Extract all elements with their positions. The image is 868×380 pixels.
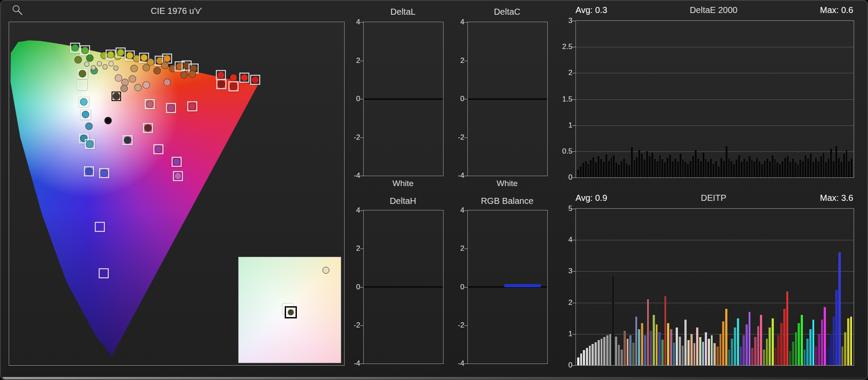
- measurement-point: [108, 61, 114, 66]
- measurement-point: [91, 65, 96, 70]
- measurement-point: [84, 62, 89, 67]
- axis-tick-mark: [464, 176, 467, 176]
- axis-tick-mark: [572, 125, 575, 126]
- de2000-bar: [631, 147, 633, 177]
- de2000-bar: [613, 155, 615, 177]
- deitp-bar: [728, 350, 730, 365]
- de2000-bar: [723, 161, 725, 178]
- de2000-bar: [582, 163, 584, 177]
- axis-tick-mark: [572, 271, 575, 272]
- de2000-bar: [764, 161, 766, 178]
- axis-tick-mark: [572, 365, 575, 366]
- de2000-bar: [649, 156, 651, 177]
- white-point-measurement: [113, 92, 120, 100]
- de2000-bar: [667, 158, 668, 177]
- de2000-bar: [697, 159, 699, 177]
- axis-tick-mark: [572, 334, 575, 334]
- de2000-bar: [820, 156, 822, 177]
- deitp-bar: [766, 339, 768, 365]
- deitp-bar: [743, 335, 745, 365]
- axis-tick-mark: [464, 287, 467, 288]
- deitp-bar: [644, 335, 646, 365]
- deitp-bar: [632, 343, 635, 365]
- deitp-bar: [754, 337, 756, 365]
- de2000-bar: [603, 162, 605, 177]
- magnifier-icon[interactable]: [11, 4, 24, 17]
- deitp-bar: [690, 334, 693, 365]
- axis-tick-mark: [464, 325, 467, 326]
- deitp-bar: [687, 340, 690, 365]
- deitp-bar: [795, 332, 797, 365]
- measurement-point: [104, 117, 112, 124]
- de2000-bar: [621, 161, 622, 177]
- de2000-bar: [774, 159, 776, 177]
- measurement-point: [146, 100, 153, 108]
- measurement-point: [181, 72, 188, 79]
- de2000-bar: [789, 162, 791, 177]
- de2000-bars: [576, 21, 854, 177]
- axis-tick-label: 1: [554, 330, 572, 338]
- measurement-point: [128, 75, 136, 83]
- deitp-bar: [777, 335, 779, 365]
- de2000-bar: [830, 149, 832, 177]
- axis-tick-label: 2: [446, 244, 464, 253]
- axis-tick-mark: [464, 99, 467, 99]
- de2000-bar: [713, 164, 714, 177]
- axis-tick-mark: [464, 364, 467, 364]
- deitp-bar: [772, 318, 774, 365]
- de2000-bar: [805, 155, 806, 177]
- axis-tick-mark: [360, 249, 363, 249]
- axis-tick-label: -2: [342, 321, 360, 330]
- de2000-bar: [720, 158, 722, 177]
- axis-tick-label: -4: [446, 171, 464, 180]
- de2000-bar: [766, 159, 768, 177]
- de2000-bar: [700, 161, 702, 177]
- axis-tick-label: 1.5: [554, 95, 572, 104]
- de2000-bar: [588, 164, 589, 177]
- axis-tick-label: -4: [446, 359, 464, 368]
- measurement-point: [230, 74, 237, 81]
- deitp-bar: [713, 343, 716, 365]
- measurement-point: [102, 64, 108, 69]
- de2000-bar: [802, 161, 804, 177]
- axis-tick-label: 2: [342, 244, 360, 253]
- measurement-point: [79, 70, 86, 77]
- axis-tick-mark: [572, 21, 575, 21]
- axis-tick-label: 4: [342, 18, 360, 26]
- de2000-bar: [751, 160, 753, 177]
- deitp-bar: [601, 339, 603, 365]
- de2000-bar: [628, 165, 630, 177]
- de2000-bar: [644, 160, 645, 177]
- measurement-point: [140, 54, 148, 61]
- deitp-bar: [725, 309, 727, 365]
- de2000-bar: [661, 159, 663, 177]
- measurement-point: [188, 102, 196, 110]
- de2000-bar: [600, 159, 602, 177]
- deitp-bar: [705, 332, 707, 365]
- rgb-balance-blue-bar: [504, 284, 541, 287]
- measurement-point: [86, 54, 93, 62]
- de2000-bar: [784, 158, 786, 177]
- deitp-max-label: Max: 3.6: [820, 193, 853, 203]
- deitp-bar: [702, 342, 704, 365]
- de2000-bar: [828, 159, 829, 177]
- axis-tick-mark: [360, 325, 363, 326]
- measurement-point: [241, 74, 248, 81]
- deitp-bar: [711, 335, 713, 365]
- de2000-bar: [797, 164, 799, 177]
- deitp-bar: [792, 342, 794, 365]
- axis-tick-label: -2: [446, 133, 464, 142]
- deitp-bar: [595, 342, 597, 365]
- deitp-bar: [621, 350, 623, 365]
- de2000-bar: [638, 150, 640, 177]
- deitp-bar: [615, 337, 617, 365]
- deitp-bar: [850, 317, 852, 365]
- de2000-bar: [590, 160, 592, 177]
- de2000-bar: [585, 161, 587, 177]
- deitp-bar: [847, 318, 849, 365]
- deitp-bar: [760, 315, 762, 365]
- axis-tick-mark: [464, 249, 467, 249]
- deitp-bar: [746, 324, 748, 365]
- measurement-point: [120, 85, 128, 92]
- deitp-bar: [827, 348, 829, 365]
